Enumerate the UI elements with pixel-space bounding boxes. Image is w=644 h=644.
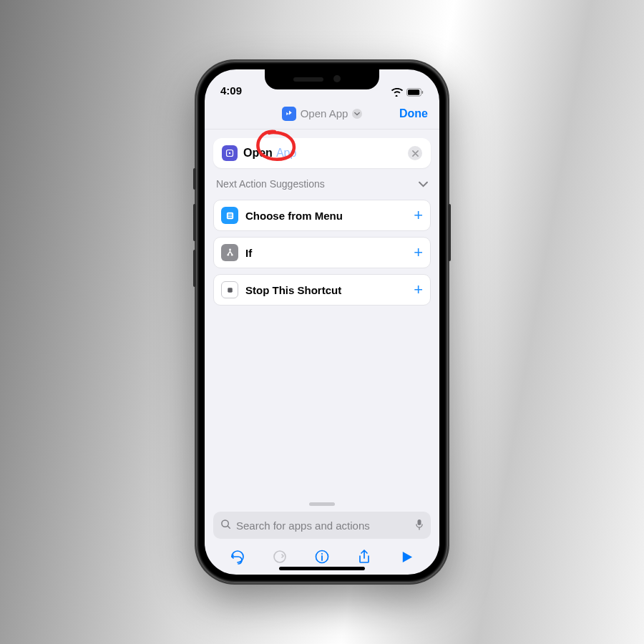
search-field[interactable]: Search for apps and actions [213,512,431,539]
open-app-action-card[interactable]: Open App [213,138,431,168]
iphone-frame: 4:09 Open App Done [196,61,448,583]
wifi-icon [391,88,403,97]
suggestions-header-label: Next Action Suggestions [216,178,325,190]
suggestion-label: If [245,247,252,259]
svg-rect-1 [408,89,419,95]
info-button[interactable] [312,547,332,567]
suggestion-label: Stop This Shortcut [245,284,341,296]
drag-handle[interactable] [309,502,335,506]
svg-rect-6 [228,213,232,214]
svg-point-9 [229,248,231,250]
branch-icon [221,244,238,261]
suggestions-header[interactable]: Next Action Suggestions [213,178,431,190]
content-area: Open App Next Action Suggestions [205,130,439,499]
svg-rect-12 [228,288,233,293]
undo-button[interactable] [228,547,248,567]
nav-title[interactable]: Open App [282,107,363,121]
plus-icon[interactable]: + [414,208,423,223]
chevron-down-icon [352,109,362,119]
svg-rect-8 [228,216,232,217]
side-button-silence [193,168,196,190]
search-placeholder: Search for apps and actions [236,519,410,532]
suggestion-label: Choose from Menu [245,210,343,222]
action-verb: Open [243,147,273,160]
suggestions-list: Choose from Menu + If + Stop This Shortc… [213,200,431,306]
clear-action-button[interactable] [408,146,422,160]
shortcut-icon [282,107,296,121]
svg-rect-2 [422,91,424,94]
notch [265,69,379,89]
done-button[interactable]: Done [399,107,428,120]
redo-button [270,547,290,567]
side-button-vol-up [193,204,196,241]
bottom-panel: Search for apps and actions [205,499,439,575]
nav-bar: Open App Done [205,98,439,130]
status-time: 4:09 [220,84,242,97]
plus-icon[interactable]: + [414,282,423,298]
suggestion-if[interactable]: If + [213,237,431,268]
suggestion-choose-from-menu[interactable]: Choose from Menu + [213,200,431,231]
plus-icon[interactable]: + [414,245,423,260]
svg-rect-7 [228,215,232,215]
svg-rect-14 [418,519,421,525]
side-button-vol-down [193,250,196,287]
share-button[interactable] [354,547,374,567]
side-button-power [448,204,451,261]
mic-icon[interactable] [415,519,424,532]
chevron-down-icon [419,180,428,189]
run-button[interactable] [396,547,416,567]
menu-icon [221,207,238,224]
stop-icon [221,281,238,298]
open-app-icon [222,145,238,161]
svg-point-11 [230,253,233,255]
suggestion-stop-shortcut[interactable]: Stop This Shortcut + [213,274,431,306]
svg-point-4 [229,152,230,154]
action-app-parameter[interactable]: App [276,147,296,160]
svg-point-15 [274,551,286,562]
home-indicator[interactable] [279,567,365,570]
svg-point-10 [227,253,229,255]
screen: 4:09 Open App Done [205,69,439,575]
nav-title-label: Open App [301,107,348,119]
battery-icon [406,88,424,97]
search-icon [220,519,231,532]
svg-point-17 [321,553,323,555]
